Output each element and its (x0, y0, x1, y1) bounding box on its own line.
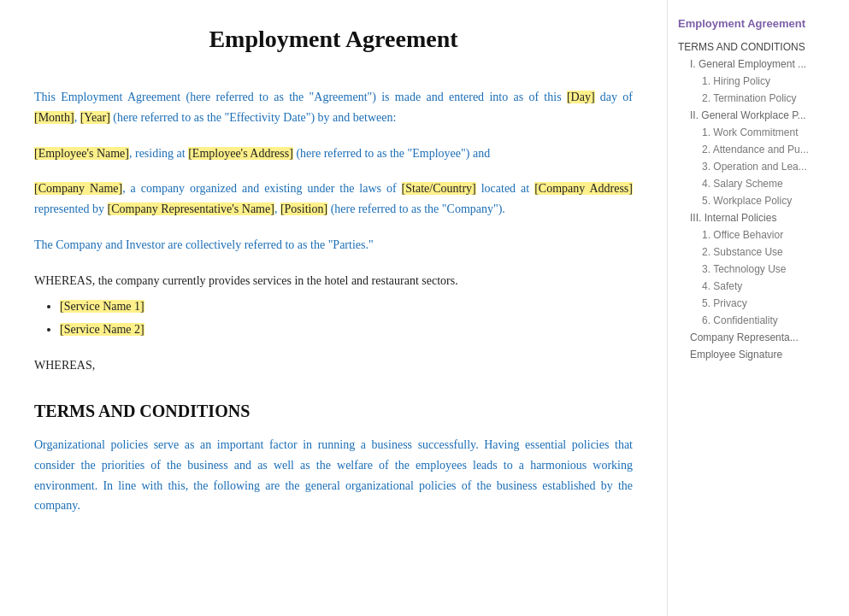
para3-mid3: represented by (34, 202, 108, 215)
year-placeholder: [Year] (80, 111, 110, 124)
state-country-placeholder: [State/Country] (402, 182, 476, 195)
sidebar-item[interactable]: III. Internal Policies (678, 209, 828, 226)
terms-heading: TERMS AND CONDITIONS (34, 402, 633, 421)
para2-mid: , residing at (129, 147, 188, 160)
sidebar-item[interactable]: II. General Workplace P... (678, 107, 828, 124)
employee-name-placeholder: [Employee's Name] (34, 147, 129, 160)
sidebar-item[interactable]: 1. Office Behavior (678, 226, 828, 243)
intro-para-4: The Company and Investor are collectivel… (34, 235, 633, 255)
para3-mid4: , (274, 202, 280, 215)
sidebar-item[interactable]: 1. Hiring Policy (678, 73, 828, 90)
sidebar-item[interactable]: 5. Workplace Policy (678, 192, 828, 209)
intro-para-2: [Employee's Name], residing at [Employee… (34, 144, 633, 164)
sidebar-item[interactable]: 1. Work Commitment (678, 124, 828, 141)
month-placeholder: [Month] (34, 111, 74, 124)
sidebar-item[interactable]: 4. Safety (678, 278, 828, 295)
sidebar-item[interactable]: TERMS AND CONDITIONS (678, 38, 828, 56)
para2-after: (here referred to as the "Employee") and (293, 147, 490, 160)
whereas-section-1: WHEREAS, the company currently provides … (34, 271, 633, 340)
parties-text: The Company and Investor are collectivel… (34, 238, 374, 251)
service-name-1: [Service Name 1] (60, 300, 144, 313)
intro-para-1: This Employment Agreement (here referred… (34, 87, 633, 128)
para3-after: (here referred to as the "Company"). (327, 202, 505, 215)
para3-mid2: located at (476, 182, 534, 195)
sidebar-item[interactable]: 2. Substance Use (678, 243, 828, 261)
sidebar-item[interactable]: I. General Employment ... (678, 56, 828, 73)
position-placeholder: [Position] (280, 202, 327, 215)
terms-body: Organizational policies serve as an impo… (34, 435, 633, 516)
terms-para: Organizational policies serve as an impo… (34, 435, 633, 516)
employee-address-placeholder: [Employee's Address] (188, 147, 293, 160)
sidebar-item[interactable]: 2. Termination Policy (678, 90, 828, 107)
sidebar-item[interactable]: 3. Technology Use (678, 261, 828, 278)
sidebar-item[interactable]: Employee Signature (678, 346, 828, 363)
sidebar-item[interactable]: 3. Operation and Lea... (678, 158, 828, 175)
sidebar: Employment Agreement TERMS AND CONDITION… (667, 0, 838, 616)
sidebar-item[interactable]: Company Representa... (678, 329, 828, 346)
sidebar-item[interactable]: 5. Privacy (678, 295, 828, 312)
company-address-placeholder: [Company Address] (534, 182, 633, 195)
document-body: This Employment Agreement (here referred… (34, 87, 633, 516)
day-placeholder: [Day] (567, 91, 595, 103)
document-title: Employment Agreement (34, 26, 633, 53)
company-rep-placeholder: [Company Representative's Name] (108, 202, 274, 215)
sidebar-item[interactable]: 6. Confidentiality (678, 312, 828, 329)
main-content: Employment Agreement This Employment Agr… (0, 0, 667, 616)
whereas-section-2: WHEREAS, (34, 355, 633, 376)
intro-para-3: [Company Name], a company organized and … (34, 179, 633, 220)
intro-text-blue: This Employment Agreement (here referred… (34, 91, 633, 124)
list-item: [Service Name 1] (60, 296, 633, 317)
sidebar-item[interactable]: 4. Salary Scheme (678, 175, 828, 192)
services-list: [Service Name 1] [Service Name 2] (60, 296, 633, 341)
sidebar-item[interactable]: 2. Attendance and Pu... (678, 141, 828, 158)
para3-mid1: , a company organized and existing under… (122, 182, 401, 195)
company-name-placeholder: [Company Name] (34, 182, 122, 195)
sidebar-title[interactable]: Employment Agreement (678, 17, 828, 30)
whereas-text-2: WHEREAS, (34, 359, 95, 372)
list-item: [Service Name 2] (60, 320, 633, 340)
whereas-text-1: WHEREAS, the company currently provides … (34, 274, 458, 287)
sidebar-items: TERMS AND CONDITIONSI. General Employmen… (678, 38, 828, 363)
service-name-2: [Service Name 2] (60, 323, 144, 336)
